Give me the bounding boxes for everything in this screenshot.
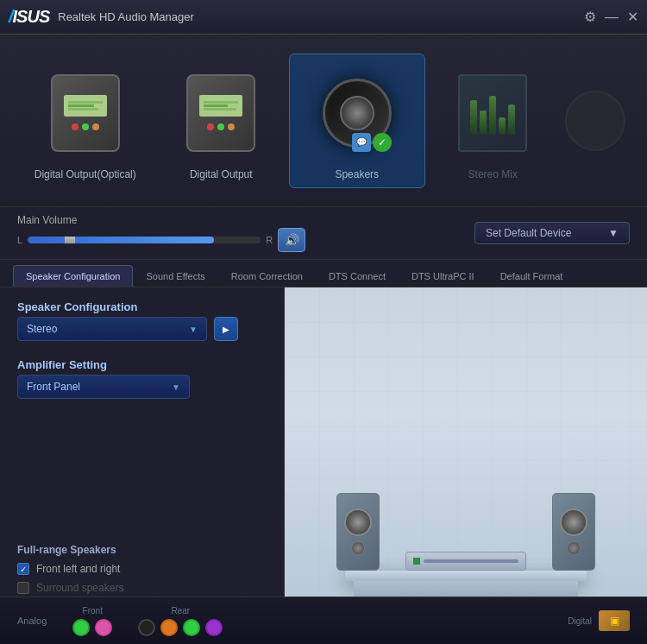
front-lr-checkbox[interactable]: ✓ <box>17 563 29 575</box>
device-icon-wrap-digital <box>178 61 264 165</box>
speaker-left <box>336 493 380 571</box>
front-lr-label: Front left and right <box>36 563 120 575</box>
volume-fill <box>28 237 214 243</box>
speaker-visualization <box>285 287 647 607</box>
settings-icon[interactable]: ⚙ <box>584 9 596 25</box>
close-button[interactable]: ✕ <box>627 9 638 25</box>
desk-shelf <box>345 571 587 581</box>
speaker-badges: 💬 ✓ <box>352 133 392 152</box>
tab-dts-connect[interactable]: DTS Connect <box>316 265 399 287</box>
btn-green-2 <box>217 123 224 130</box>
volume-slider-row: L R 🔊 <box>17 228 305 252</box>
speaker-tweeter-right <box>567 541 581 555</box>
rear-label: Rear <box>171 606 190 616</box>
recorder-icon-optical <box>51 74 120 152</box>
check-badge: ✓ <box>373 133 392 152</box>
btn-orange <box>92 123 99 130</box>
amplifier-section: Amplifier Setting Front Panel ▼ <box>17 358 267 399</box>
receiver-display <box>424 559 518 563</box>
device-stereo-mix[interactable]: Stereo Mix <box>425 54 561 187</box>
amplifier-dropdown[interactable]: Front Panel ▼ <box>17 375 190 399</box>
mixer-bar-5 <box>508 104 515 135</box>
recorder-screen <box>64 95 107 117</box>
tab-default-format[interactable]: Default Format <box>487 265 576 287</box>
front-lr-checkbox-item[interactable]: ✓ Front left and right <box>17 563 267 575</box>
mixer-bar-1 <box>470 100 477 135</box>
amplifier-arrow: ▼ <box>172 382 180 392</box>
chat-badge: 💬 <box>352 133 371 152</box>
btn-red <box>72 123 79 130</box>
speaker-tweeter-left <box>351 541 365 555</box>
mute-button[interactable]: 🔊 <box>278 228 305 252</box>
jack-orange-rear[interactable] <box>160 619 178 636</box>
device-digital-output[interactable]: Digital Output <box>153 54 288 187</box>
speaker-cone-main <box>340 96 374 130</box>
set-default-arrow: ▼ <box>608 227 619 239</box>
btn-red-2 <box>207 123 214 130</box>
jack-green-front[interactable] <box>72 619 90 636</box>
full-range-section: Full-range Speakers ✓ Front left and rig… <box>17 544 267 594</box>
surround-label: Surround speakers <box>36 582 123 594</box>
receiver-led <box>413 558 420 565</box>
jack-purple-rear[interactable] <box>205 619 223 636</box>
right-label: R <box>266 235 273 245</box>
device-label-stereo: Stereo Mix <box>468 168 518 180</box>
tab-sound-effects[interactable]: Sound Effects <box>133 265 217 287</box>
amplifier-title: Amplifier Setting <box>17 358 267 371</box>
btn-green <box>82 123 89 130</box>
digital-icon[interactable]: ▣ <box>599 610 630 631</box>
front-jacks-section: Front <box>72 606 112 636</box>
mixer-bar-2 <box>480 110 487 135</box>
mixer-icon <box>458 74 527 152</box>
device-digital-optical[interactable]: Digital Output(Optical) <box>17 54 153 187</box>
device-icon-wrap-stereo <box>449 61 536 165</box>
set-default-label: Set Default Device <box>486 227 571 239</box>
rear-jacks-section: Rear <box>138 606 223 636</box>
play-icon: ▶ <box>223 325 229 334</box>
left-panel: Speaker Configuration Stereo ▼ ▶ Amplifi… <box>0 287 285 607</box>
rear-jack-row <box>138 619 223 636</box>
btn-orange-2 <box>228 123 235 130</box>
jack-pink-front[interactable] <box>95 619 112 636</box>
volume-thumb[interactable] <box>65 237 75 243</box>
volume-track[interactable] <box>28 237 261 243</box>
front-label: Front <box>83 606 103 616</box>
recorder-buttons-2 <box>207 123 235 130</box>
surround-checkbox[interactable] <box>17 582 29 594</box>
device-icon-wrap-optical <box>42 61 129 165</box>
recorder-screen-2 <box>199 95 242 117</box>
device-icon-wrap-speakers: 💬 ✓ <box>314 61 400 165</box>
mute-icon: 🔊 <box>285 233 299 247</box>
play-button[interactable]: ▶ <box>214 317 238 341</box>
tab-speaker-configuration[interactable]: Speaker Configuration <box>13 265 133 287</box>
front-jack-row <box>72 619 112 636</box>
recorder-icon-digital <box>186 74 255 152</box>
device-label-digital: Digital Output <box>190 168 253 180</box>
speaker-woofer-right <box>560 508 587 536</box>
device-speakers[interactable]: 💬 ✓ Speakers <box>289 54 425 188</box>
minimize-button[interactable]: — <box>605 9 619 25</box>
receiver-unit <box>405 552 526 571</box>
left-label: L <box>17 235 22 245</box>
digital-label: Digital <box>568 616 592 626</box>
set-default-button[interactable]: Set Default Device ▼ <box>474 222 630 244</box>
speaker-config-section: Speaker Configuration Stereo ▼ ▶ <box>17 300 267 341</box>
jack-black-rear[interactable] <box>138 619 155 636</box>
speaker-config-title: Speaker Configuration <box>17 300 267 313</box>
tab-dts-ultrapc[interactable]: DTS UltraPC II <box>399 265 487 287</box>
app-title: Realtek HD Audio Manager <box>58 10 584 23</box>
surround-checkbox-item[interactable]: Surround speakers <box>17 582 267 594</box>
volume-section: Main Volume L R 🔊 Set Default Device ▼ <box>0 207 647 260</box>
recorder-buttons <box>72 123 99 130</box>
digital-icon-symbol: ▣ <box>610 615 619 627</box>
main-content: Speaker Configuration Stereo ▼ ▶ Amplifi… <box>0 287 647 607</box>
tab-room-correction[interactable]: Room Correction <box>218 265 316 287</box>
device-label-speakers: Speakers <box>335 168 379 180</box>
speaker-config-arrow: ▼ <box>189 325 198 334</box>
jack-green-rear[interactable] <box>183 619 200 636</box>
window-controls: ⚙ — ✕ <box>584 9 638 25</box>
tab-bar: Speaker Configuration Sound Effects Room… <box>0 260 647 287</box>
speaker-config-dropdown[interactable]: Stereo ▼ <box>17 317 207 341</box>
amplifier-value: Front Panel <box>27 381 80 393</box>
digital-section: Digital ▣ <box>568 610 630 631</box>
